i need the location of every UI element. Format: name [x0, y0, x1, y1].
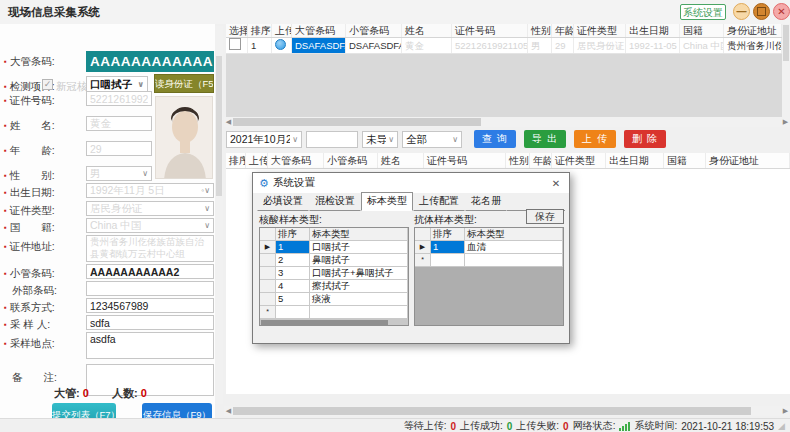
tab-混检设置[interactable]: 混检设置 [309, 192, 361, 211]
id-type-select[interactable]: 居民身份证∨ [86, 201, 214, 216]
bottom-hscrollbar[interactable]: ◀ ▶ [224, 406, 790, 416]
collect-place-textarea[interactable]: asdfa [86, 332, 214, 359]
small-tube-barcode-input[interactable] [86, 264, 214, 279]
maximize-button[interactable] [753, 3, 770, 20]
tab-必填设置[interactable]: 必填设置 [257, 192, 309, 211]
remark-textarea[interactable] [86, 364, 214, 396]
birth-date-picker[interactable]: 1992年11月 5日◦∨ [86, 183, 214, 198]
cell-sample-type[interactable]: 鼻咽拭子 [310, 254, 408, 267]
covid-checkbox[interactable]: ✓ [42, 79, 53, 90]
external-barcode-input[interactable] [86, 281, 214, 296]
column-header-选择[interactable]: 选择 [226, 24, 248, 37]
close-button[interactable]: ✕ [773, 3, 790, 20]
column-header-出生日期[interactable]: 出生日期 [626, 24, 680, 37]
sample-type-row[interactable]: 4擦拭拭子 [260, 280, 408, 293]
scroll-right-icon[interactable]: ▶ [781, 117, 790, 127]
cell-sample-type[interactable] [310, 306, 408, 319]
cell-sample-type[interactable]: 痰液 [310, 293, 408, 306]
column-header-证件号码[interactable]: 证件号码 [452, 24, 528, 37]
top-table-vscrollbar[interactable] [782, 24, 790, 117]
id-address-textarea[interactable]: 贵州省务川仡佬族苗族自治县黄都镇万云村中心组 [86, 235, 214, 262]
column-header-上传[interactable]: 上传 [246, 153, 268, 168]
column-header-证件号码[interactable]: 证件号码 [424, 153, 506, 168]
column-header-姓名[interactable]: 姓名 [378, 153, 424, 168]
read-id-card-button[interactable]: 读身份证（F5） [154, 74, 214, 93]
top-table-hscrollbar[interactable]: ◀ ▶ [224, 117, 790, 127]
cell-order[interactable]: 2 [276, 254, 310, 267]
column-header-出生日期[interactable]: 出生日期 [606, 153, 664, 168]
column-header-排序[interactable]: 排序 [226, 153, 246, 168]
cell-order[interactable]: 1 [431, 241, 465, 254]
column-header-排序[interactable]: 排序 [248, 24, 272, 37]
id-number-input[interactable] [86, 91, 152, 106]
tube-barcode-value[interactable]: AAAAAAAAAAAA [86, 51, 214, 72]
column-header-性别[interactable]: 性别 [528, 24, 552, 37]
row-select-checkbox[interactable] [226, 38, 248, 53]
top-table-row[interactable]: 1DSAFASDFAAASDSAFASDFAAAS1黄金522126199211… [226, 38, 782, 54]
cell-sample-type[interactable] [465, 254, 563, 267]
column-header-大管条码[interactable]: 大管条码 [268, 153, 324, 168]
scrollbar-thumb[interactable] [233, 407, 751, 415]
cell-sample-type[interactable]: 擦拭拭子 [310, 280, 408, 293]
cell-order[interactable]: 3 [276, 267, 310, 280]
nucleic-sample-grid[interactable]: 排序标本类型▶1口咽拭子2鼻咽拭子3口咽拭子+鼻咽拭子4擦拭拭子5痰液* [259, 227, 409, 326]
sample-type-row[interactable]: ▶1口咽拭子 [260, 241, 408, 254]
name-input[interactable] [86, 116, 152, 131]
column-header-身份证地址[interactable]: 身份证地址 [724, 24, 782, 37]
system-settings-button[interactable]: 系统设置 [680, 4, 726, 20]
barcode-search-input[interactable] [306, 131, 358, 148]
age-input[interactable] [86, 141, 152, 156]
date-picker[interactable]: 2021年10月21日∨ [226, 131, 302, 148]
row-dot[interactable] [272, 38, 292, 53]
sample-type-row[interactable]: 5痰液 [260, 293, 408, 306]
left-panel-scrollbar[interactable] [215, 26, 223, 404]
scrollbar-thumb[interactable] [216, 56, 222, 196]
column-header-身份证地址[interactable]: 身份证地址 [706, 153, 790, 168]
type-filter-select[interactable]: 全部∨ [402, 131, 462, 148]
tab-标本类型[interactable]: 标本类型 [361, 192, 413, 211]
delete-button[interactable]: 删 除 [624, 130, 666, 148]
sample-type-row[interactable]: ▶1血清 [415, 241, 563, 254]
grid-hscrollbar[interactable] [260, 319, 408, 326]
tab-上传配置[interactable]: 上传配置 [413, 192, 465, 211]
scroll-right-icon[interactable]: ▶ [781, 406, 790, 416]
new-row[interactable]: * [415, 254, 563, 267]
scrollbar-thumb[interactable] [233, 118, 481, 126]
dialog-close-button[interactable]: ✕ [549, 178, 563, 189]
scrollbar-thumb[interactable] [783, 25, 789, 61]
gender-select[interactable]: 男∨ [86, 166, 152, 181]
new-row[interactable]: * [260, 306, 408, 319]
column-header-上传[interactable]: 上传 [272, 24, 292, 37]
antibody-sample-grid[interactable]: 排序标本类型▶1血清* [414, 227, 564, 326]
upload-button[interactable]: 上 传 [574, 130, 616, 148]
column-header-性别[interactable]: 性别 [506, 153, 530, 168]
query-button[interactable]: 查 询 [474, 130, 516, 148]
contact-input[interactable] [86, 298, 214, 313]
cell-sample-type[interactable]: 口咽拭子 [310, 241, 408, 254]
cell-order[interactable]: 1 [276, 241, 310, 254]
upload-filter-select[interactable]: 未导∨ [362, 131, 398, 148]
column-header-国籍[interactable]: 国籍 [680, 24, 724, 37]
checkbox-icon[interactable] [229, 38, 241, 50]
sample-type-row[interactable]: 3口咽拭子+鼻咽拭子 [260, 267, 408, 280]
column-header-姓名[interactable]: 姓名 [402, 24, 452, 37]
scroll-left-icon[interactable]: ◀ [224, 406, 233, 416]
tab-花名册[interactable]: 花名册 [465, 192, 507, 211]
nationality-select[interactable]: China 中国∨ [86, 218, 214, 233]
minimize-button[interactable]: — [733, 3, 750, 20]
cell-sample-type[interactable]: 血清 [465, 241, 563, 254]
scrollbar-thumb[interactable] [261, 320, 388, 326]
column-header-小管条码[interactable]: 小管条码 [346, 24, 402, 37]
column-header-大管条码[interactable]: 大管条码 [292, 24, 346, 37]
column-header-年龄[interactable]: 年龄 [552, 24, 574, 37]
cell-sample-type[interactable]: 口咽拭子+鼻咽拭子 [310, 267, 408, 280]
column-header-国籍[interactable]: 国籍 [664, 153, 706, 168]
modal-save-button[interactable]: 保存 [526, 209, 564, 224]
column-header-证件类型[interactable]: 证件类型 [574, 24, 626, 37]
export-button[interactable]: 导 出 [524, 130, 566, 148]
scroll-left-icon[interactable]: ◀ [224, 117, 233, 127]
cell-order[interactable] [431, 254, 465, 267]
column-header-证件类型[interactable]: 证件类型 [552, 153, 606, 168]
cell-order[interactable]: 5 [276, 293, 310, 306]
column-header-小管条码[interactable]: 小管条码 [324, 153, 378, 168]
